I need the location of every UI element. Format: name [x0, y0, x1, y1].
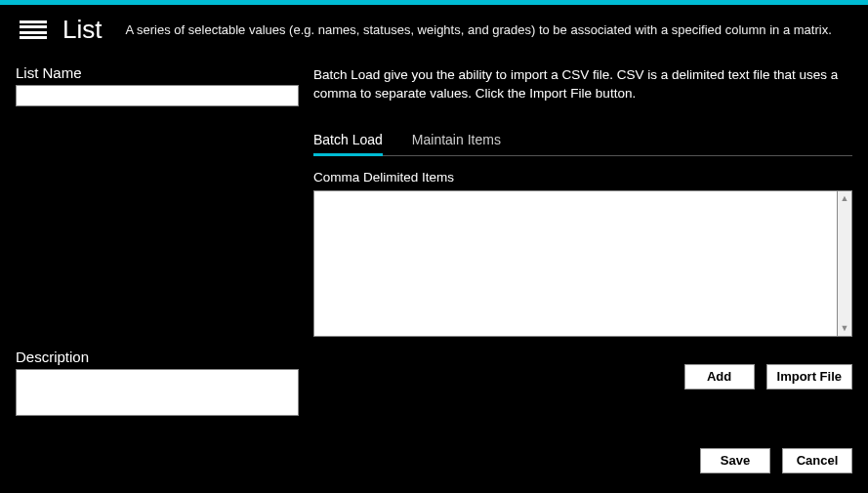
add-button[interactable]: Add [684, 364, 755, 390]
scroll-down-icon[interactable]: ▼ [838, 321, 851, 336]
list-name-input[interactable] [16, 85, 299, 106]
comma-delimited-input[interactable] [313, 190, 838, 337]
list-name-label: List Name [16, 64, 294, 81]
import-file-button[interactable]: Import File [766, 364, 852, 390]
batch-buttons: Add Import File [313, 364, 852, 390]
scrollbar[interactable]: ▲ ▼ [838, 190, 852, 337]
description-label: Description [16, 349, 294, 365]
tab-maintain-items[interactable]: Maintain Items [412, 126, 501, 156]
description-input[interactable] [16, 369, 299, 416]
left-panel: List Name Description [16, 64, 313, 473]
scroll-up-icon[interactable]: ▲ [838, 191, 851, 206]
hamburger-menu-icon[interactable] [20, 21, 47, 40]
tab-batch-load[interactable]: Batch Load [313, 126, 383, 156]
save-button[interactable]: Save [700, 448, 770, 473]
tabs: Batch Load Maintain Items [313, 125, 852, 156]
batch-load-instructions: Batch Load give you the ability to impor… [313, 66, 852, 103]
right-panel: Batch Load give you the ability to impor… [313, 64, 852, 473]
page-title: List [62, 15, 102, 45]
cancel-button[interactable]: Cancel [782, 448, 852, 473]
form-buttons: Save Cancel [313, 448, 852, 473]
header: List A series of selectable values (e.g.… [0, 5, 868, 64]
comma-delimited-label: Comma Delimited Items [313, 170, 852, 185]
page-subtitle: A series of selectable values (e.g. name… [125, 22, 831, 37]
